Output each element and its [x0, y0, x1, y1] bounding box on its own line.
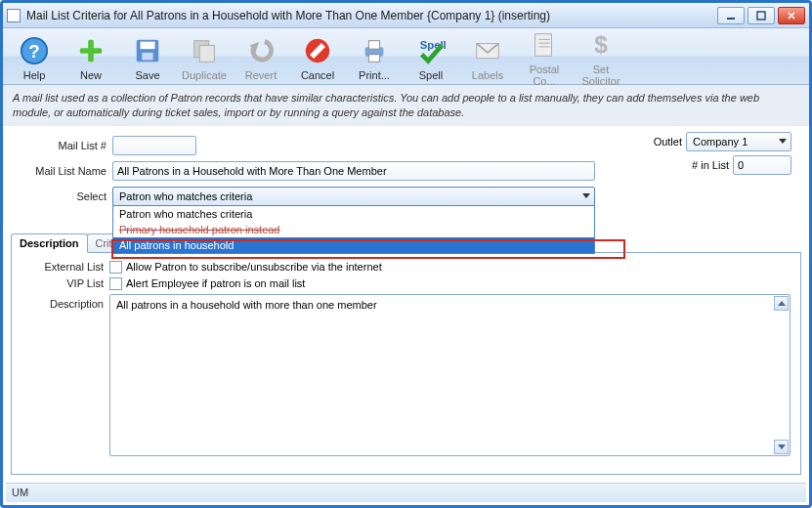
- external-list-checkbox[interactable]: [109, 261, 122, 274]
- new-label: New: [65, 69, 116, 81]
- external-list-label: External List: [21, 261, 109, 273]
- help-label: Help: [9, 69, 60, 81]
- scroll-up-button[interactable]: [774, 296, 789, 311]
- mail-list-number-input[interactable]: [112, 136, 196, 155]
- svg-rect-15: [368, 40, 379, 48]
- svg-text:?: ?: [28, 40, 39, 61]
- window-title: Mail List Criteria for All Patrons in a …: [26, 9, 717, 22]
- num-in-list-input[interactable]: [733, 155, 791, 175]
- svg-text:$: $: [594, 31, 608, 58]
- help-icon: ?: [18, 34, 51, 67]
- outlet-select[interactable]: Company 1: [686, 132, 791, 151]
- print-icon: [358, 34, 391, 67]
- select-option[interactable]: Primary household patron instead: [113, 222, 594, 237]
- system-menu-icon[interactable]: [7, 9, 21, 22]
- dollar-icon: $: [584, 28, 618, 62]
- svg-rect-19: [535, 33, 552, 56]
- revert-button[interactable]: Revert: [235, 34, 286, 81]
- external-list-text: Allow Patron to subscribe/unsubscribe vi…: [126, 261, 382, 273]
- floppy-icon: [131, 34, 164, 67]
- chevron-down-icon: [779, 139, 787, 144]
- help-button[interactable]: ? Help: [9, 34, 60, 81]
- close-button[interactable]: [778, 7, 805, 24]
- svg-rect-16: [368, 54, 379, 62]
- select-label: Select: [15, 190, 112, 202]
- maximize-button[interactable]: [748, 7, 775, 24]
- select-dropdown[interactable]: Patron who matches criteria Patron who m…: [112, 187, 595, 206]
- postal-icon: [528, 28, 561, 62]
- svg-rect-10: [199, 45, 214, 62]
- labels-button[interactable]: Labels: [462, 34, 513, 81]
- mail-list-name-input[interactable]: [112, 161, 595, 181]
- postal-button[interactable]: Postal Co...: [519, 28, 570, 87]
- svg-rect-0: [727, 18, 735, 20]
- cancel-label: Cancel: [292, 69, 343, 81]
- select-options-list: Patron who matches criteria Primary hous…: [112, 205, 595, 254]
- svg-rect-7: [141, 41, 155, 49]
- duplicate-icon: [188, 34, 221, 67]
- duplicate-button[interactable]: Duplicate: [179, 34, 230, 81]
- save-button[interactable]: Save: [122, 34, 173, 81]
- vip-list-text: Alert Employee if patron is on mail list: [126, 277, 305, 289]
- svg-rect-5: [80, 48, 103, 54]
- form-area: Mail List # Outlet Company 1 Mail List N…: [3, 126, 809, 206]
- window-buttons: [717, 7, 805, 24]
- cancel-button[interactable]: Cancel: [292, 34, 343, 81]
- select-option[interactable]: Patron who matches criteria: [113, 206, 594, 222]
- spell-button[interactable]: Spell Spell: [406, 34, 456, 81]
- revert-label: Revert: [235, 69, 286, 81]
- save-label: Save: [122, 69, 173, 81]
- chevron-down-icon: [582, 193, 590, 198]
- description-label: Description: [21, 294, 109, 310]
- solicitor-button[interactable]: $ Set Solicitor: [576, 28, 626, 87]
- new-button[interactable]: New: [65, 34, 116, 81]
- print-label: Print...: [349, 69, 400, 81]
- mail-list-number-label: Mail List #: [15, 140, 112, 151]
- revert-icon: [244, 34, 278, 67]
- status-text: UM: [12, 487, 28, 498]
- mail-list-name-label: Mail List Name: [15, 165, 112, 177]
- svg-rect-1: [757, 12, 765, 20]
- num-in-list-label: # in List: [692, 159, 729, 171]
- svg-rect-8: [142, 52, 152, 60]
- description-value: All patrons in a household with more tha…: [116, 299, 377, 311]
- labels-label: Labels: [462, 69, 513, 81]
- labels-icon: [471, 34, 504, 67]
- svg-text:Spell: Spell: [420, 39, 446, 51]
- solicitor-label: Set Solicitor: [576, 64, 626, 87]
- cancel-icon: [301, 34, 334, 67]
- vip-list-label: VIP List: [21, 277, 109, 289]
- spell-icon: Spell: [414, 34, 448, 67]
- tab-body: External List Allow Patron to subscribe/…: [11, 252, 801, 475]
- duplicate-label: Duplicate: [179, 69, 230, 81]
- minimize-button[interactable]: [717, 7, 745, 24]
- vip-list-checkbox[interactable]: [109, 277, 122, 290]
- outlet-label: Outlet: [654, 136, 682, 148]
- status-bar: UM: [6, 483, 806, 502]
- description-textarea[interactable]: All patrons in a household with more tha…: [109, 294, 791, 456]
- toolbar: ? Help New Save Duplicate Revert Cancel: [3, 28, 809, 85]
- print-button[interactable]: Print...: [349, 34, 400, 81]
- title-bar: Mail List Criteria for All Patrons in a …: [3, 3, 809, 28]
- triangle-down-icon: [778, 444, 786, 449]
- postal-label: Postal Co...: [519, 64, 570, 87]
- spell-label: Spell: [406, 69, 456, 81]
- select-value: Patron who matches criteria: [119, 190, 252, 202]
- select-option-selected[interactable]: All patrons in household: [113, 237, 594, 253]
- intro-text: A mail list used as a collection of Patr…: [3, 85, 809, 126]
- outlet-value: Company 1: [693, 136, 748, 148]
- triangle-up-icon: [778, 301, 786, 306]
- plus-icon: [74, 34, 107, 67]
- scroll-down-button[interactable]: [774, 440, 789, 454]
- tab-description[interactable]: Description: [11, 233, 88, 253]
